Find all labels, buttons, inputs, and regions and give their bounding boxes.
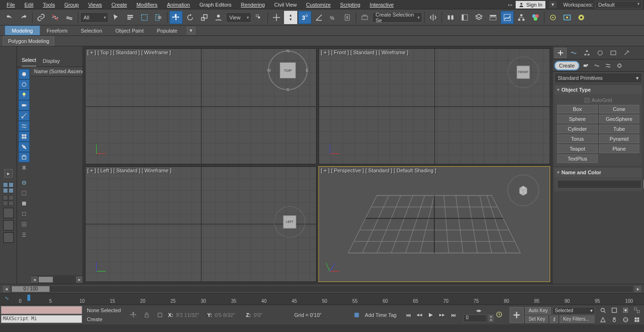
- filter-bone-icon[interactable]: [18, 142, 30, 152]
- sub-lights-icon[interactable]: [603, 61, 613, 70]
- filter-spacewarps-icon[interactable]: [18, 121, 30, 131]
- create-plane-button[interactable]: Plane: [599, 145, 640, 153]
- menu-edit[interactable]: Edit: [20, 1, 38, 9]
- viewcube-front[interactable]: FRONT: [512, 61, 535, 84]
- create-box-button[interactable]: Box: [557, 105, 598, 113]
- track-bar-marker[interactable]: [27, 295, 30, 301]
- create-cylinder-button[interactable]: Cylinder: [557, 125, 598, 133]
- set-key-big-button[interactable]: [510, 307, 524, 323]
- select-and-manipulate-button[interactable]: [270, 11, 283, 24]
- coord-x-value[interactable]: 9'2 11/32": [176, 312, 204, 318]
- scroll-left-icon[interactable]: ◂: [31, 276, 38, 283]
- ribbon-tab-freeform[interactable]: Freeform: [40, 26, 75, 35]
- frame-number-input[interactable]: 0: [463, 315, 487, 322]
- menu-interactive[interactable]: Interactive: [365, 1, 399, 9]
- link-button[interactable]: [34, 11, 48, 24]
- mirror-button[interactable]: [427, 11, 440, 24]
- key-mode-icon[interactable]: ⚷: [550, 315, 558, 323]
- menu-overflow-icon[interactable]: ▸▸: [508, 2, 513, 7]
- filter-groups-icon[interactable]: [18, 131, 30, 142]
- scene-hscroll[interactable]: ◂ ▸: [31, 275, 83, 284]
- render-setup-button[interactable]: [546, 11, 560, 24]
- window-crossing-button[interactable]: [152, 11, 165, 24]
- create-pyramid-button[interactable]: Pyramid: [599, 135, 640, 143]
- scene-list-header[interactable]: Name (Sorted Ascending): [31, 67, 83, 77]
- filter-lights-icon[interactable]: [18, 90, 30, 100]
- viewcube-top[interactable]: TOP NSEW: [274, 56, 302, 85]
- object-name-input[interactable]: [557, 180, 642, 188]
- display-filter-icon[interactable]: [18, 198, 30, 209]
- viewport-front-label[interactable]: [ + ] [ Front ] [ Standard ] [ Wireframe…: [321, 50, 409, 55]
- ribbon-panel-polygon-modeling[interactable]: Polygon Modeling: [3, 36, 54, 46]
- autogrid-checkbox[interactable]: AutoGrid: [557, 97, 639, 103]
- display-grid-icon[interactable]: [18, 219, 30, 230]
- viewport-top-label[interactable]: [ + ] [ Top ] [ Standard ] [ Wireframe ]: [87, 50, 171, 55]
- select-and-rotate-button[interactable]: [184, 11, 197, 24]
- rollout-name-color-header[interactable]: Name and Color: [554, 168, 642, 177]
- named-selection-dropdown[interactable]: Create Selection Se: [372, 12, 422, 23]
- menu-file[interactable]: File: [2, 1, 20, 9]
- macro-recorder-box[interactable]: [1, 306, 82, 314]
- time-slider-right[interactable]: ▸: [635, 286, 641, 292]
- viewport-layout-4[interactable]: [3, 220, 14, 230]
- viewport-layout-3[interactable]: [3, 208, 14, 218]
- keyboard-shortcut-override-button[interactable]: [284, 11, 297, 24]
- time-slider-left[interactable]: ◂: [3, 286, 9, 292]
- toggle-layer-explorer-button[interactable]: [472, 11, 485, 24]
- material-editor-button[interactable]: [529, 11, 542, 24]
- select-and-place-button[interactable]: [212, 11, 225, 24]
- viewport-layout-alt[interactable]: [3, 195, 14, 206]
- orbit-button[interactable]: [620, 315, 631, 324]
- cmd-tab-hierarchy[interactable]: [581, 48, 593, 58]
- render-production-button[interactable]: [575, 11, 588, 24]
- key-target-dropdown[interactable]: Selected▾: [552, 307, 595, 315]
- viewport-layout-quad[interactable]: [3, 182, 14, 193]
- auto-key-button[interactable]: Auto Key: [525, 307, 551, 315]
- goto-end-button[interactable]: ⏭: [448, 310, 459, 320]
- scene-tab-select[interactable]: Select: [22, 54, 36, 67]
- sub-shapes-icon[interactable]: [592, 61, 602, 70]
- unlink-button[interactable]: [49, 11, 62, 24]
- viewcube-left[interactable]: LEFT: [278, 211, 301, 233]
- menu-tools[interactable]: Tools: [38, 1, 60, 9]
- menu-group[interactable]: Group: [59, 1, 84, 9]
- toggle-ribbon-button[interactable]: [486, 11, 500, 24]
- select-and-move-button[interactable]: [169, 11, 183, 24]
- create-sphere-button[interactable]: Sphere: [557, 115, 598, 123]
- key-filters-button[interactable]: Key Filters...: [560, 315, 594, 323]
- time-tag-icon[interactable]: [351, 310, 362, 320]
- ribbon-tab-object-paint[interactable]: Object Paint: [109, 26, 151, 35]
- time-slider-thumb[interactable]: 0 / 100: [12, 286, 50, 292]
- maximize-viewport-button[interactable]: [632, 315, 642, 324]
- sub-systems-icon[interactable]: [614, 61, 625, 70]
- selection-filter-dropdown[interactable]: All: [80, 12, 109, 23]
- strip-expand-button[interactable]: ▸: [4, 169, 13, 178]
- curve-editor-button[interactable]: [501, 11, 514, 24]
- ribbon-tab-populate[interactable]: Populate: [150, 26, 184, 35]
- select-region-rect-button[interactable]: [138, 11, 151, 24]
- display-all-icon[interactable]: [18, 178, 30, 188]
- filter-geometry-icon[interactable]: [18, 69, 30, 79]
- create-category-dropdown[interactable]: Standard Primitives▾: [554, 73, 642, 83]
- create-pill[interactable]: Create: [554, 61, 579, 70]
- filter-helpers-icon[interactable]: [18, 111, 30, 121]
- time-config-button[interactable]: [495, 311, 506, 319]
- prev-frame-button[interactable]: ◂◂: [414, 310, 425, 320]
- workspace-dropdown[interactable]: Default: [595, 1, 642, 9]
- ribbon-tab-modeling[interactable]: Modeling: [5, 26, 40, 35]
- menu-scripting[interactable]: Scripting: [335, 1, 365, 9]
- viewport-left[interactable]: [ + ] [ Left ] [ Standard ] [ Wireframe …: [85, 166, 317, 282]
- add-time-tag-button[interactable]: Add Time Tag: [365, 312, 396, 318]
- select-by-name-button[interactable]: [124, 11, 137, 24]
- cmd-tab-modify[interactable]: [568, 48, 580, 58]
- pan-button[interactable]: [609, 315, 619, 324]
- filter-cameras-icon[interactable]: [18, 100, 30, 111]
- mini-curve-editor-icon[interactable]: ∿: [5, 295, 13, 303]
- create-cone-button[interactable]: Cone: [599, 105, 640, 113]
- display-layer-icon[interactable]: [18, 209, 30, 219]
- create-tube-button[interactable]: Tube: [599, 125, 640, 133]
- scroll-right-icon[interactable]: ▸: [76, 276, 83, 283]
- goto-start-button[interactable]: ⏮: [403, 310, 413, 320]
- cmd-tab-display[interactable]: [607, 48, 619, 58]
- cmd-tab-utilities[interactable]: [620, 48, 633, 58]
